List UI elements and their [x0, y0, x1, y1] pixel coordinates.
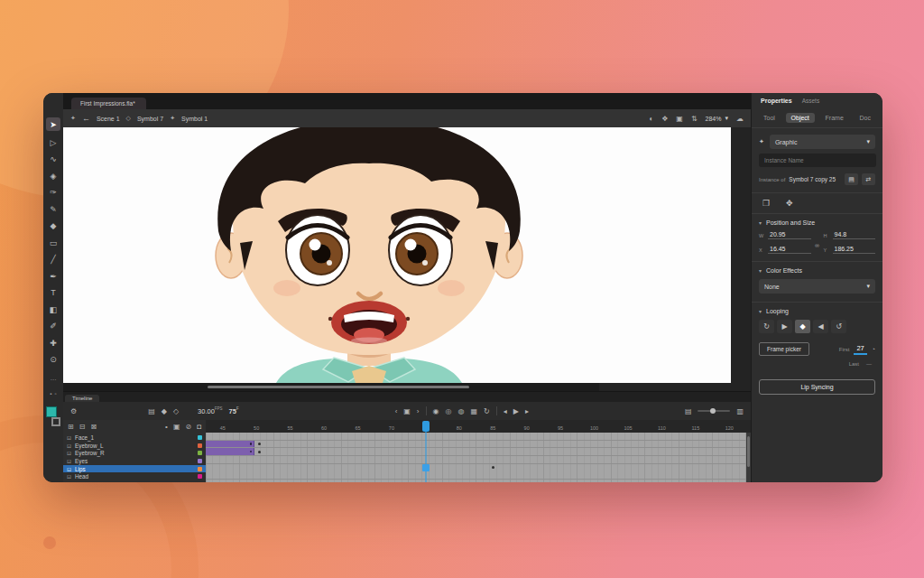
shape-tool[interactable]: ◆ [46, 220, 60, 231]
next-frame-icon[interactable]: › [417, 407, 420, 415]
play-icon[interactable]: ▶ [513, 407, 519, 415]
layer-row[interactable]: ⊡ Face_1 [63, 434, 206, 442]
new-layer-icon[interactable]: ⊞ [68, 423, 74, 431]
color-effects-header[interactable]: ▾ Color Effects [752, 262, 882, 277]
cloud-icon[interactable]: ☁ [736, 115, 744, 123]
document-tab[interactable]: First Impressions.fla* [71, 98, 146, 109]
keyframe-dot[interactable] [258, 443, 261, 445]
zoom-tool[interactable]: ⊙ [46, 354, 60, 365]
loop-playback-icon[interactable]: ↻ [484, 407, 490, 415]
horizontal-scrollbar[interactable] [208, 386, 469, 388]
frames-grid[interactable] [206, 433, 746, 482]
stroke-color-icon[interactable]: ▪ [50, 391, 51, 396]
layer-color-swatch[interactable] [198, 459, 202, 463]
insert-blank-keyframe-icon[interactable]: ◇ [173, 407, 179, 415]
show-hide-all-icon[interactable]: ⊘ [185, 423, 191, 431]
break-apart-icon[interactable]: ❐ [762, 199, 770, 208]
timeline-settings-icon[interactable]: ⚙ [70, 407, 77, 415]
layer-color-swatch[interactable] [198, 451, 202, 455]
ink-bottle-tool[interactable]: ✐ [46, 321, 60, 331]
frame-picker-button[interactable]: Frame picker [759, 342, 809, 356]
fill-color-icon[interactable]: ▫ [55, 391, 57, 396]
lip-syncing-button[interactable]: Lip Syncing [759, 379, 875, 395]
layer-color-swatch[interactable] [198, 474, 202, 479]
preview-icon[interactable]: ◐ [649, 115, 653, 123]
rectangle-tool[interactable]: ▭ [46, 238, 60, 248]
looping-header[interactable]: ▾ Looping [752, 303, 882, 318]
layer-row[interactable]: ⊡ Eyebrow_R [63, 449, 206, 457]
color-effect-dropdown[interactable]: None ▾ [759, 279, 875, 294]
paint-bucket-tool[interactable]: ◧ [46, 304, 60, 315]
layer-color-swatch[interactable] [198, 435, 202, 440]
frames-area[interactable]: 4550 5560 6570 7580 8590 95100 105110 11… [206, 420, 751, 482]
fill-color-swatch[interactable] [46, 406, 57, 417]
first-frame-value[interactable]: 27 [854, 344, 866, 355]
highlight-all-icon[interactable]: • [165, 423, 168, 431]
symbol-type-dropdown[interactable]: Graphic ▾ [770, 135, 875, 149]
onion-skin-icon[interactable]: ◎ [446, 407, 452, 415]
pen-tool[interactable]: ✒ [46, 271, 60, 282]
reverse-loop-mode-icon[interactable]: ↺ [831, 320, 846, 333]
loop-mode-icon[interactable]: ↻ [759, 320, 774, 333]
keyframe-dot[interactable] [492, 466, 494, 469]
center-stage-icon[interactable]: ▣ [676, 115, 683, 123]
edit-multiple-frames-icon[interactable]: ▦ [470, 407, 477, 415]
lock-all-icon[interactable]: ◘ [197, 423, 201, 431]
height-field[interactable]: H 94.8 [824, 231, 876, 239]
keyframe-dot[interactable] [258, 451, 261, 453]
tab-doc[interactable]: Doc [855, 113, 876, 123]
back-button[interactable]: ← [82, 114, 90, 123]
layer-row[interactable]: ⊡ Eyebrow_L [63, 442, 206, 450]
step-back-icon[interactable]: ◂ [504, 407, 507, 415]
timeline-tab[interactable]: Timeline [65, 395, 99, 402]
timeline-zoom-knob[interactable] [710, 408, 716, 414]
tween-span-eyebrow-l[interactable] [206, 441, 254, 448]
line-tool[interactable]: ╱ [46, 254, 60, 265]
frame-rate-value[interactable]: 30.00FPS [198, 406, 223, 415]
reverse-once-mode-icon[interactable]: ◀ [813, 320, 828, 333]
vertical-scrollbar[interactable] [747, 436, 750, 467]
tab-frame[interactable]: Frame [820, 113, 849, 123]
width-field[interactable]: W 20.95 [759, 231, 811, 239]
position-size-header[interactable]: ▾ Position and Size [752, 214, 882, 229]
free-transform-icon[interactable]: ✥ [786, 199, 793, 208]
zoom-in-frames-icon[interactable]: ▥ [736, 407, 744, 415]
step-forward-icon[interactable]: ▸ [525, 407, 529, 415]
clip-content-icon[interactable]: ⇅ [691, 115, 698, 123]
tween-span-eyebrow-r[interactable] [206, 448, 254, 455]
breadcrumb-scene[interactable]: Scene 1 [97, 116, 120, 122]
eyedropper-tool[interactable]: ✚ [46, 338, 60, 349]
instance-name-input[interactable] [759, 154, 876, 167]
layer-row-selected[interactable]: ⊡ Lips [63, 465, 206, 473]
fluid-brush-tool[interactable]: ✑ [46, 187, 60, 198]
layer-row[interactable]: ⊡ Head [63, 472, 206, 480]
single-frame-mode-icon[interactable]: ◆ [795, 320, 810, 333]
classic-brush-tool[interactable]: ✎ [46, 204, 60, 215]
camera-icon[interactable]: ▣ [173, 423, 180, 431]
link-dimensions-icon[interactable]: ∞ [815, 241, 819, 247]
timeline-zoom-slider[interactable] [698, 410, 730, 412]
current-frame-icon[interactable]: ▣ [403, 407, 411, 415]
rotate-stage-icon[interactable]: ❖ [661, 115, 668, 123]
y-field[interactable]: Y 186.25 [824, 246, 876, 254]
layer-row[interactable]: ⊡ Eyes [63, 457, 206, 465]
lasso-tool[interactable]: ∿ [46, 154, 60, 164]
selected-keyframe[interactable] [422, 464, 430, 471]
previous-frame-icon[interactable]: ‹ [395, 407, 398, 415]
text-tool[interactable]: T [46, 287, 60, 298]
play-once-mode-icon[interactable]: ▶ [777, 320, 792, 333]
marker-icon[interactable]: ◉ [433, 407, 439, 415]
tab-tool[interactable]: Tool [758, 113, 781, 123]
insert-frame-icon[interactable]: ▤ [148, 407, 155, 415]
new-folder-icon[interactable]: ⊟ [79, 423, 86, 431]
stroke-color-swatch[interactable] [51, 417, 60, 426]
tab-object[interactable]: Object [786, 113, 815, 123]
delete-layer-icon[interactable]: ⊠ [90, 423, 97, 431]
zoom-level-dropdown[interactable]: 284% ▾ [706, 115, 728, 122]
layer-color-swatch[interactable] [198, 443, 202, 448]
frame-ruler[interactable]: 4550 5560 6570 7580 8590 95100 105110 11… [206, 420, 751, 433]
zoom-out-frames-icon[interactable]: ▤ [685, 407, 692, 415]
stage-canvas[interactable] [63, 127, 731, 383]
breadcrumb-symbol7[interactable]: Symbol 7 [137, 116, 163, 122]
asset-warp-tool[interactable]: ◈ [46, 171, 60, 182]
